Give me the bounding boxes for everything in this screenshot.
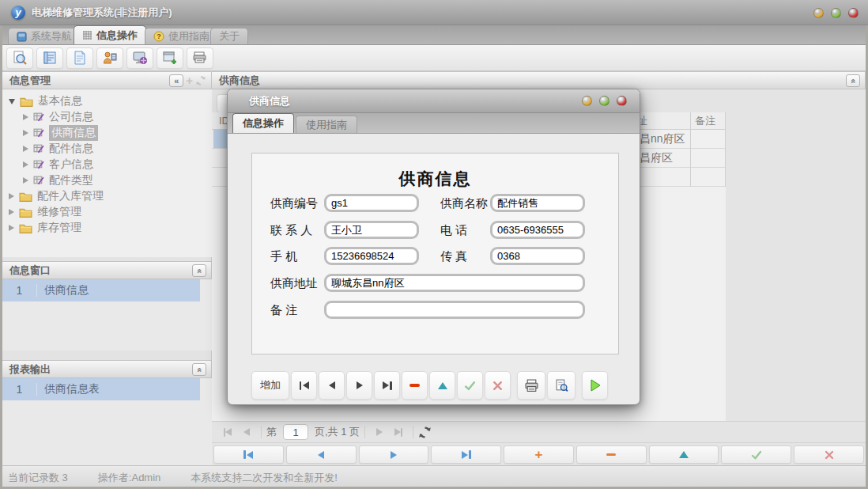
refresh-icon[interactable]	[195, 75, 206, 86]
tree-item-label: 公司信息	[49, 110, 93, 124]
record-prev-button[interactable]	[319, 371, 345, 400]
collapse-left-icon[interactable]: «	[169, 74, 183, 87]
print-button[interactable]	[517, 371, 545, 400]
address-input[interactable]	[324, 274, 585, 292]
tree-item-label: 维修管理	[37, 205, 81, 219]
close-button[interactable]	[848, 8, 859, 18]
record-edit-button[interactable]	[429, 371, 455, 400]
svg-text:?: ?	[157, 32, 161, 40]
expander-right-icon[interactable]	[23, 177, 28, 184]
expander-down-icon[interactable]	[9, 99, 15, 104]
plus-icon: +	[535, 448, 543, 461]
record-last-button[interactable]	[374, 371, 400, 400]
fax-input[interactable]	[490, 247, 585, 265]
expander-right-icon[interactable]	[23, 130, 28, 136]
app-window: { "colors": { "selection_blue": "#bccfe6…	[0, 0, 868, 489]
tab-about[interactable]: 关于	[210, 28, 248, 44]
panel-title: 报表输出	[9, 363, 51, 375]
refresh-icon[interactable]	[418, 426, 432, 439]
expander-right-icon[interactable]	[9, 193, 14, 199]
printer-tray-button[interactable]	[187, 47, 213, 69]
tree-item-maintenance[interactable]: 维修管理	[2, 204, 212, 220]
list-item[interactable]: 1 供商信息表	[2, 378, 200, 400]
tab-user-guide[interactable]: ? 使用指南	[145, 28, 218, 44]
tree-item-parts-type[interactable]: 配件类型	[2, 172, 212, 188]
tab-label: 系统导航	[31, 29, 72, 44]
tree-item-parts-info[interactable]: 配件信息	[2, 141, 212, 157]
nav-next-button[interactable]	[359, 445, 429, 464]
record-first-button[interactable]	[291, 371, 317, 400]
page-next-button[interactable]	[370, 423, 389, 441]
field-label-phone: 电 话	[440, 221, 467, 240]
expander-right-icon[interactable]	[23, 114, 28, 120]
nav-last-button[interactable]	[431, 445, 501, 464]
nav-add-button[interactable]: +	[504, 445, 574, 464]
monitor-globe-button[interactable]	[126, 47, 153, 69]
page-last-button[interactable]	[389, 423, 408, 441]
dialog-close-button[interactable]	[617, 96, 627, 106]
tree-item-supplier-info[interactable]: 供商信息	[2, 125, 212, 141]
nav-first-button[interactable]	[213, 445, 284, 464]
mobile-input[interactable]	[324, 247, 419, 265]
tree-item-inventory[interactable]: 库存管理	[2, 220, 212, 236]
supplier-code-input[interactable]	[324, 194, 419, 212]
record-ok-button[interactable]	[457, 371, 483, 400]
collapse-up-icon[interactable]: «	[192, 264, 206, 277]
tree-item-customer-info[interactable]: 客户信息	[2, 157, 212, 172]
phone-input[interactable]	[490, 221, 585, 239]
expander-right-icon[interactable]	[9, 209, 14, 215]
dialog-title-bar[interactable]: 供商信息	[228, 89, 640, 113]
dialog-tab-user-guide[interactable]: 使用指南	[296, 116, 357, 133]
contact-input[interactable]	[324, 221, 419, 239]
tree-item-company-info[interactable]: 公司信息	[2, 109, 212, 125]
info-window-panel-header: 信息窗口 «	[2, 261, 212, 279]
tree-item-parts-inbound[interactable]: 配件入库管理	[2, 188, 212, 204]
nav-prev-button[interactable]	[286, 445, 357, 464]
dialog-minimize-button[interactable]	[582, 96, 592, 106]
supplier-name-input[interactable]	[490, 194, 585, 212]
collapse-up-icon[interactable]: «	[192, 363, 206, 376]
nav-remove-button[interactable]	[576, 445, 647, 464]
maximize-button[interactable]	[831, 8, 841, 18]
print-preview-button[interactable]	[547, 371, 576, 400]
record-delete-button[interactable]	[402, 371, 428, 400]
expander-right-icon[interactable]	[9, 225, 14, 231]
list-item[interactable]: 1 供商信息	[2, 279, 200, 301]
operator-board-button[interactable]	[96, 47, 123, 69]
tree-item-label: 配件信息	[49, 142, 93, 156]
add-icon[interactable]: +	[186, 74, 193, 87]
nav-cancel-button[interactable]	[794, 445, 864, 464]
nav-square-icon	[17, 32, 27, 42]
app-logo-icon: y	[11, 6, 25, 20]
add-record-button[interactable]: 增加	[251, 371, 289, 400]
column-header-note[interactable]: 备注	[695, 112, 715, 130]
page-first-button[interactable]	[218, 423, 237, 441]
minimize-button[interactable]	[813, 8, 824, 18]
note-input[interactable]	[324, 301, 585, 319]
dialog-tab-info-operation[interactable]: 信息操作	[232, 113, 294, 133]
printer-tray-icon	[192, 50, 208, 66]
search-document-icon	[12, 50, 28, 66]
nav-edit-button[interactable]	[649, 445, 719, 464]
run-report-button[interactable]	[582, 371, 608, 400]
collapse-up-icon[interactable]: «	[846, 74, 860, 87]
document-button[interactable]	[66, 47, 93, 69]
page-prev-button[interactable]	[237, 423, 256, 441]
operator-board-icon	[102, 50, 118, 66]
dialog-maximize-button[interactable]	[599, 96, 609, 106]
tab-info-operation[interactable]: 信息操作	[74, 25, 146, 44]
report-list-button[interactable]	[36, 47, 63, 69]
page-number-input[interactable]	[283, 424, 308, 440]
search-document-button[interactable]	[6, 47, 33, 69]
record-next-button[interactable]	[346, 371, 372, 400]
supplier-form: 供商信息 供商编号 供商名称 联 系 人 电 话 手 机 传 真 供商地址 备 …	[251, 153, 619, 354]
expander-right-icon[interactable]	[23, 146, 28, 152]
nav-ok-button[interactable]	[721, 445, 791, 464]
tree-item-label: 配件类型	[49, 173, 93, 188]
tree-item-basic-info[interactable]: 基本信息	[2, 93, 212, 109]
tab-system-nav[interactable]: 系统导航	[8, 28, 81, 44]
page-suffix-label: 页,共 1 页	[315, 425, 360, 439]
new-window-button[interactable]	[157, 47, 183, 69]
record-cancel-button[interactable]	[485, 371, 511, 400]
expander-right-icon[interactable]	[23, 161, 28, 168]
